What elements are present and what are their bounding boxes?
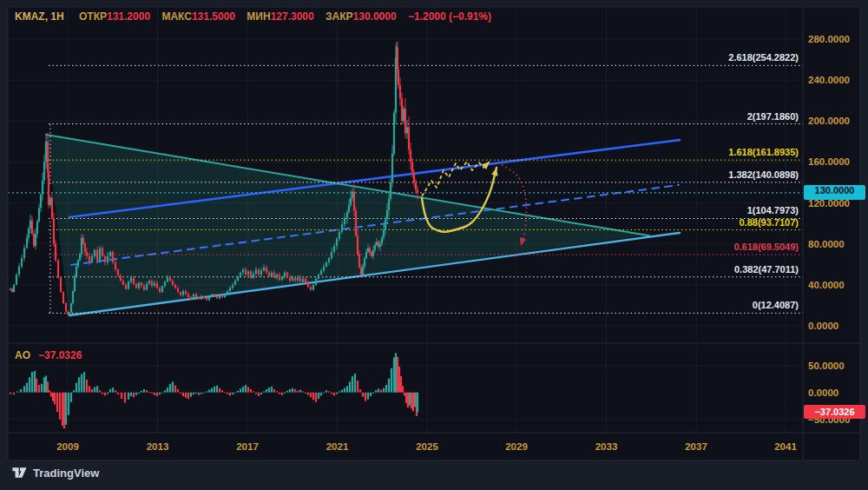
ao-value: −37.0326 [38, 349, 82, 361]
price-tick-label: 80.0000 [808, 239, 845, 249]
year-tick-label: 2041 [774, 441, 797, 452]
close-value: 130.0000 [353, 10, 397, 23]
fib-level-label: 2(197.1860) [747, 111, 799, 122]
high-label: МАКС [161, 10, 192, 23]
price-tick-label: 40.0000 [808, 280, 845, 290]
chart-canvas[interactable]: 2.618(254.2822)2(197.1860)1.618(161.8935… [0, 0, 868, 490]
tradingview-chart-window: 2.618(254.2822)2(197.1860)1.618(161.8935… [0, 0, 868, 490]
year-tick-label: 2025 [416, 441, 438, 452]
fib-level-label: 1.618(161.8935) [728, 147, 799, 157]
price-tick-label: 0.0000 [808, 321, 838, 331]
open-label: ОТКР [79, 10, 107, 23]
fib-level-label: 0.88(93.7107) [740, 217, 799, 228]
year-tick-label: 2029 [505, 441, 528, 452]
fib-level-label: 1.382(140.0898) [728, 169, 799, 180]
year-tick-label: 2009 [56, 441, 79, 452]
open-value: 131.2000 [107, 10, 150, 23]
high-value: 131.5000 [192, 10, 235, 23]
symbol-legend[interactable]: KMAZ, 1Н ОТКР131.2000 МАКС131.5000 МИН12… [15, 10, 491, 23]
price-tick-label: 240.0000 [808, 75, 850, 85]
tradingview-logo-icon [12, 467, 27, 480]
ao-tick-label: 0.0000 [808, 387, 838, 398]
tradingview-watermark[interactable]: TradingView [12, 467, 99, 480]
low-value: 127.3000 [271, 10, 314, 23]
price-tick-label: 280.0000 [808, 34, 850, 44]
year-tick-label: 2017 [236, 441, 259, 452]
year-tick-label: 2033 [595, 441, 618, 452]
symbol-name[interactable]: KMAZ, 1Н [15, 10, 64, 23]
fib-level-label: 1(104.7973) [747, 205, 799, 215]
close-label: ЗАКР [326, 10, 353, 23]
fib-level-label: 0.618(69.5049) [733, 242, 799, 252]
price-tick-label: 200.0000 [808, 116, 850, 126]
price-tick-label: 160.0000 [808, 156, 850, 167]
year-tick-label: 2037 [685, 441, 707, 452]
change-value: −1.2000 (−0.91%) [408, 10, 491, 23]
ao-title[interactable]: AO [15, 349, 30, 361]
current-price-badge: 130.0000 [804, 185, 865, 200]
time-scale[interactable]: 200920132017202120252029203320372041 [56, 441, 797, 452]
fib-level-label: 0.382(47.7011) [734, 264, 799, 275]
year-tick-label: 2021 [326, 441, 349, 452]
low-label: МИН [247, 10, 270, 23]
fib-level-label: 0(12.4087) [753, 300, 799, 310]
ao-value-badge: −37.0326 [804, 405, 865, 419]
watermark-text: TradingView [33, 467, 99, 480]
year-tick-label: 2013 [147, 441, 169, 452]
ao-indicator-legend[interactable]: AO−37.0326 [15, 349, 82, 361]
ao-tick-label: 50.0000 [808, 361, 845, 371]
fib-level-label: 2.618(254.2822) [728, 52, 799, 63]
